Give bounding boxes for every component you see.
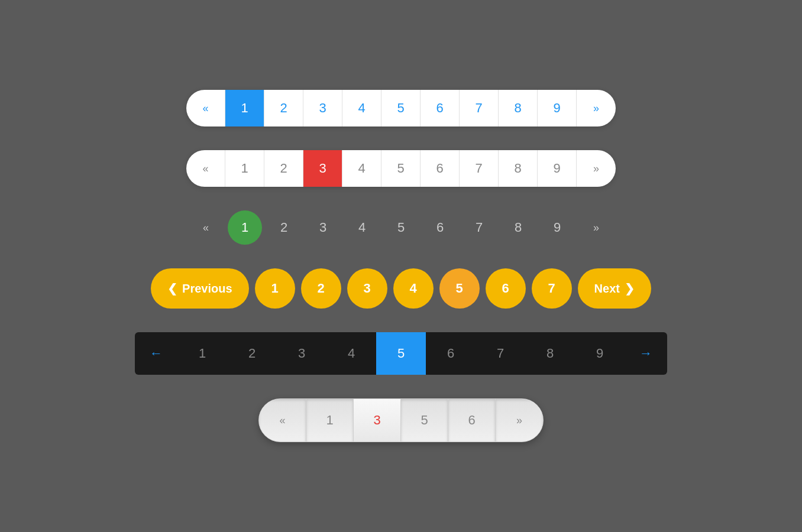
page-2[interactable]: 2 (267, 210, 301, 245)
page-9[interactable]: 9 (575, 332, 625, 375)
page-4[interactable]: 4 (393, 268, 434, 309)
page-5[interactable]: 5 (401, 399, 448, 442)
page-2[interactable]: 2 (227, 332, 277, 375)
page-5[interactable]: 5 (376, 332, 426, 375)
page-7[interactable]: 7 (476, 332, 525, 375)
page-prev[interactable]: « (259, 399, 306, 442)
page-1[interactable]: 1 (255, 268, 295, 309)
page-9[interactable]: 9 (538, 90, 577, 126)
right-arrow-icon: → (639, 346, 652, 361)
page-next[interactable]: » (579, 210, 613, 245)
page-1[interactable]: 1 (306, 399, 354, 442)
page-3[interactable]: 3 (303, 90, 342, 126)
next-label: Next (594, 282, 620, 296)
page-7[interactable]: 7 (460, 150, 499, 187)
page-1[interactable]: 1 (225, 90, 264, 126)
left-arrow-icon: ← (150, 346, 163, 361)
page-8[interactable]: 8 (499, 90, 538, 126)
pagination-style-1: « 1 2 3 4 5 6 7 8 9 » (186, 90, 616, 126)
page-4[interactable]: 4 (345, 210, 379, 245)
page-5[interactable]: 5 (381, 150, 421, 187)
page-1[interactable]: 1 (225, 150, 264, 187)
page-5[interactable]: 5 (384, 210, 418, 245)
page-next[interactable]: » (577, 150, 616, 187)
page-9[interactable]: 9 (540, 210, 574, 245)
chevron-right-icon: ❯ (625, 281, 635, 296)
previous-button[interactable]: ❮ Previous (151, 268, 248, 309)
chevron-left-icon: ❮ (167, 281, 177, 296)
page-7[interactable]: 7 (460, 90, 499, 126)
pagination-style-4: ❮ Previous 1 2 3 4 5 6 7 Next ❯ (151, 268, 651, 309)
page-4[interactable]: 4 (342, 90, 381, 126)
page-4[interactable]: 4 (342, 150, 381, 187)
page-prev-arrow[interactable]: ← (135, 332, 177, 375)
page-5[interactable]: 5 (439, 268, 480, 309)
page-5[interactable]: 5 (381, 90, 421, 126)
page-7[interactable]: 7 (462, 210, 496, 245)
page-1[interactable]: 1 (228, 210, 262, 245)
page-4[interactable]: 4 (326, 332, 376, 375)
page-next-arrow[interactable]: → (625, 332, 667, 375)
page-8[interactable]: 8 (499, 150, 538, 187)
page-2[interactable]: 2 (264, 90, 303, 126)
page-6[interactable]: 6 (448, 399, 496, 442)
page-3[interactable]: 3 (277, 332, 326, 375)
page-9[interactable]: 9 (538, 150, 577, 187)
page-6[interactable]: 6 (421, 150, 460, 187)
page-6[interactable]: 6 (423, 210, 457, 245)
page-prev[interactable]: « (186, 150, 225, 187)
pagination-style-5: ← 1 2 3 4 5 6 7 8 9 → (135, 332, 667, 375)
page-2[interactable]: 2 (301, 268, 341, 309)
page-3[interactable]: 3 (354, 399, 401, 442)
page-3[interactable]: 3 (306, 210, 340, 245)
page-8[interactable]: 8 (501, 210, 535, 245)
page-2[interactable]: 2 (264, 150, 303, 187)
page-3[interactable]: 3 (303, 150, 342, 187)
page-6[interactable]: 6 (426, 332, 476, 375)
pagination-style-2: « 1 2 3 4 5 6 7 8 9 » (186, 150, 616, 187)
pagination-style-6: « 1 3 5 6 » (258, 398, 544, 442)
next-button[interactable]: Next ❯ (578, 268, 651, 309)
page-3[interactable]: 3 (347, 268, 387, 309)
page-1[interactable]: 1 (177, 332, 227, 375)
page-prev[interactable]: « (189, 210, 223, 245)
page-6[interactable]: 6 (486, 268, 526, 309)
page-next[interactable]: » (496, 399, 543, 442)
previous-label: Previous (182, 282, 232, 296)
page-8[interactable]: 8 (525, 332, 575, 375)
page-next[interactable]: » (577, 90, 616, 126)
page-7[interactable]: 7 (532, 268, 572, 309)
pagination-dark-bar: ← 1 2 3 4 5 6 7 8 9 → (135, 332, 667, 375)
page-6[interactable]: 6 (421, 90, 460, 126)
page-prev[interactable]: « (186, 90, 225, 126)
pagination-style-3: « 1 2 3 4 5 6 7 8 9 » (189, 210, 613, 245)
